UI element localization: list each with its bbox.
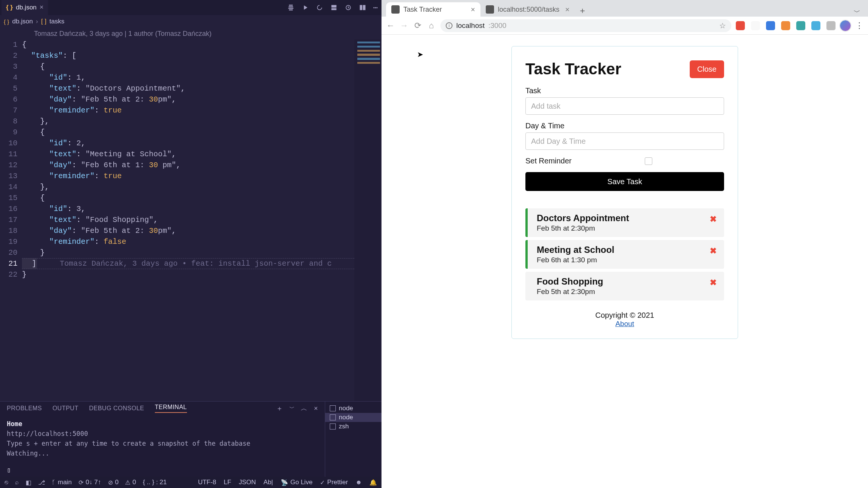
reminder-label: Set Reminder [525,157,571,165]
panel-tabs: PROBLEMS OUTPUT DEBUG CONSOLE TERMINAL ＋… [0,402,325,415]
reload-button[interactable]: ⟳ [413,21,422,31]
compare-icon[interactable] [316,4,323,11]
delete-task-icon[interactable]: ✖ [710,278,717,288]
editor-pane: { } db.json × ⋯ { } db.json › [ ] tasks … [0,0,381,488]
chrome-menu-icon[interactable]: ⋮ [855,21,863,31]
status-search[interactable]: ⌕ [15,479,19,486]
forward-button[interactable]: → [400,21,409,31]
status-eol[interactable]: LF [224,479,231,486]
status-lang[interactable]: JSON [239,479,256,486]
about-link[interactable]: About [615,320,634,328]
bookmark-icon[interactable]: ☆ [719,21,726,30]
terminal-icon [330,423,336,430]
run-previous-icon[interactable] [287,4,295,11]
close-tab-icon[interactable]: × [565,5,570,14]
split-editor-icon[interactable] [359,4,366,11]
back-button[interactable]: ← [386,21,395,31]
panel-tab-problems[interactable]: PROBLEMS [7,405,42,412]
chevron-right-icon: › [36,18,38,25]
editor-tab-dbjson[interactable]: { } db.json × [2,0,48,15]
terminal-prompt[interactable]: ▯ [0,466,325,477]
terminal-dropdown-icon[interactable]: ﹀ [289,405,295,412]
profile-avatar[interactable] [840,20,851,31]
close-tab-icon[interactable]: × [40,3,44,11]
open-changes-icon[interactable] [344,4,352,11]
more-actions-icon[interactable]: ⋯ [373,3,378,12]
task-day: Feb 5th at 2:30pm [537,224,717,232]
terminal-item[interactable]: zsh [325,422,381,431]
delete-task-icon[interactable]: ✖ [710,214,717,224]
url-port: :3000 [488,22,507,30]
extension-icon[interactable] [796,21,805,30]
code-area[interactable]: { "tasks": [ { "id": 1, "text": "Doctors… [22,39,354,401]
extensions [736,21,836,30]
status-golive[interactable]: 📡Go Live [281,479,313,486]
status-spell[interactable]: Ab| [264,479,273,486]
new-terminal-icon[interactable]: ＋ [276,404,283,413]
browser-tab-json[interactable]: localhost:5000/tasks × [480,2,575,17]
new-tab-button[interactable]: ＋ [576,5,588,17]
save-task-button[interactable]: Save Task [525,172,724,191]
tab-list-icon[interactable]: ﹀ [854,8,860,17]
breadcrumb-symbol: tasks [49,18,65,25]
gutter: 12345678910111213141516171819202122 [0,39,22,401]
status-sc[interactable]: ⎇ [38,479,45,486]
task-input[interactable] [525,97,724,115]
task-tracker-card: Task Tracker Close Task Day & Time Set R… [511,46,738,339]
breadcrumb[interactable]: { } db.json › [ ] tasks [0,15,381,28]
status-bell[interactable]: 🔔 [369,479,377,486]
terminal-output[interactable]: Homehttp://localhost:5000Type s + enter … [0,415,325,466]
minimap[interactable] [354,39,381,401]
browser-toolbar: ← → ⟳ ⌂ i localhost:3000 ☆ ⋮ [381,17,868,35]
home-button[interactable]: ⌂ [427,21,436,31]
status-feedback[interactable]: ☻ [355,479,362,486]
panel-tab-output[interactable]: OUTPUT [53,405,79,412]
json-icon: { } [6,4,13,11]
maximize-panel-icon[interactable]: ︿ [301,404,308,413]
panel-main: PROBLEMS OUTPUT DEBUG CONSOLE TERMINAL ＋… [0,402,325,477]
terminal-item[interactable]: node [325,404,381,413]
panel: PROBLEMS OUTPUT DEBUG CONSOLE TERMINAL ＋… [0,401,381,477]
status-cursor[interactable]: { .. } : 21 [143,479,167,486]
day-input[interactable] [525,132,724,150]
site-info-icon[interactable]: i [446,22,453,29]
task-text: Meeting at School [537,245,717,255]
close-button[interactable]: Close [690,60,724,78]
editor-tab-actions: ⋯ [287,3,380,12]
status-account[interactable]: ◧ [26,479,31,486]
status-branch[interactable]: ᚶmain [52,479,72,486]
reminder-checkbox[interactable] [645,157,652,165]
extension-icon[interactable] [751,21,760,30]
gitlens-authors: Tomasz Dańczak, 3 days ago | 1 author (T… [0,28,381,39]
extension-icon[interactable] [826,21,836,30]
split-down-icon[interactable] [330,4,338,11]
status-sync[interactable]: ⟳0↓ 7↑ [79,479,101,486]
run-icon[interactable] [301,4,309,11]
editor-tab-label: db.json [16,4,37,11]
task-item[interactable]: Doctors AppointmentFeb 5th at 2:30pm✖ [525,208,724,237]
close-panel-icon[interactable]: × [314,405,318,413]
extension-icon[interactable] [781,21,790,30]
url-bar[interactable]: i localhost:3000 ☆ [440,19,731,32]
terminal-item[interactable]: node [325,413,381,422]
day-label: Day & Time [525,122,724,130]
task-day: Feb 5th at 2:30pm [537,288,717,296]
extension-icon[interactable] [766,21,775,30]
extension-icon[interactable] [811,21,820,30]
panel-tab-terminal[interactable]: TERMINAL [155,404,187,413]
mouse-cursor: ➤ [417,50,423,59]
status-prettier[interactable]: ✓Prettier [320,479,348,486]
close-tab-icon[interactable]: × [471,5,475,14]
panel-tab-debug[interactable]: DEBUG CONSOLE [89,405,144,412]
status-remote[interactable]: ⎋ [5,479,8,486]
extension-icon[interactable] [736,21,745,30]
status-encoding[interactable]: UTF-8 [198,479,216,486]
delete-task-icon[interactable]: ✖ [710,246,717,256]
status-errors[interactable]: ⊘0 ⚠0 [108,479,136,486]
task-item[interactable]: Food ShoppingFeb 5th at 2:30pm✖ [525,272,724,300]
browser-tab-tasktracker[interactable]: Task Tracker × [386,2,480,17]
task-text: Food Shopping [537,276,717,287]
favicon [391,5,400,14]
task-item[interactable]: Meeting at SchoolFeb 6th at 1:30 pm✖ [525,240,724,269]
task-list: Doctors AppointmentFeb 5th at 2:30pm✖Mee… [525,208,724,300]
